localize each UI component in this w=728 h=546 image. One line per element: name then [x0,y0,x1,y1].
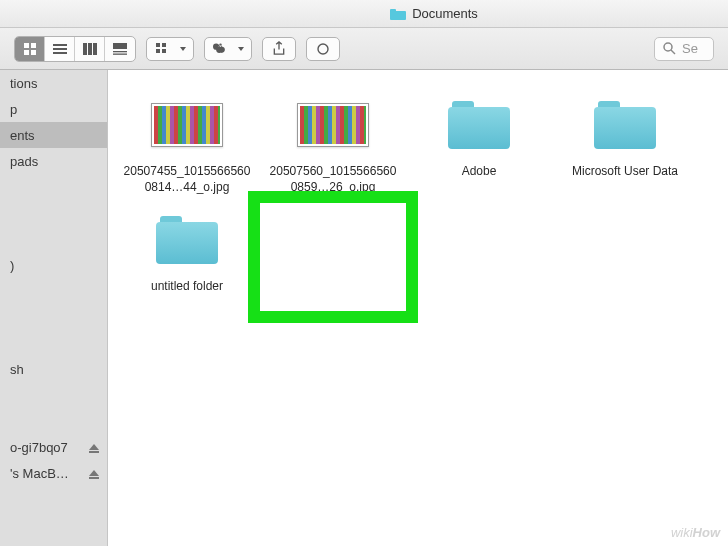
sidebar-item-12[interactable] [0,382,107,408]
body: tionspentspads)sho-gi7bqo7's MacB… 20507… [0,70,728,546]
file-item-1[interactable]: 20507560_10155665600859…26_o.jpg [266,94,400,195]
file-label: Workbook1 [303,279,363,309]
documents-folder-icon [390,7,406,20]
sidebar-item-label: o-gi7bqo7 [10,440,68,455]
sidebar-item-6[interactable] [0,226,107,252]
tags-button[interactable] [306,37,340,61]
sidebar-item-2[interactable]: ents [0,122,107,148]
action-dropdown[interactable] [204,37,252,61]
svg-rect-16 [162,49,166,53]
sidebar-item-8[interactable] [0,278,107,304]
xlsx-badge: XLSX [332,251,355,260]
file-item-4[interactable]: untitled folder [120,209,254,309]
eject-icon[interactable] [89,470,99,476]
content-area: 20507455_10155665600814…44_o.jpg20507560… [108,70,728,546]
image-icon [295,94,371,156]
sidebar-item-0[interactable]: tions [0,70,107,96]
file-item-0[interactable]: 20507455_10155665600814…44_o.jpg [120,94,254,195]
sidebar-item-1[interactable]: p [0,96,107,122]
sidebar-item-4[interactable] [0,174,107,200]
svg-rect-10 [113,43,127,49]
titlebar: Documents [0,0,728,28]
list-view-button[interactable] [45,37,75,61]
search-placeholder: Se [682,41,698,56]
sidebar: tionspentspads)sho-gi7bqo7's MacB… [0,70,108,546]
view-mode-group [14,36,136,62]
file-label: untitled folder [151,279,223,309]
file-item-3[interactable]: Microsoft User Data [558,94,692,195]
svg-rect-14 [162,43,166,47]
file-label: Microsoft User Data [572,164,678,194]
sidebar-item-14[interactable]: o-gi7bqo7 [0,434,107,460]
sidebar-item-3[interactable]: pads [0,148,107,174]
eject-icon[interactable] [89,444,99,450]
sidebar-item-15[interactable]: 's MacB… [0,460,107,486]
svg-rect-12 [113,53,127,54]
arrange-dropdown[interactable] [146,37,194,61]
share-button[interactable] [262,37,296,61]
search-icon [663,42,676,55]
toolbar: Se [0,28,728,70]
icon-grid: 20507455_10155665600814…44_o.jpg20507560… [108,70,728,333]
finder-window: Documents [0,0,728,546]
window-title-text: Documents [412,6,478,21]
svg-line-19 [671,50,675,54]
file-label: 20507560_10155665600859…26_o.jpg [268,164,398,195]
sidebar-item-label: 's MacB… [10,466,69,481]
svg-point-17 [318,44,328,54]
sidebar-item-label: ) [10,258,14,273]
search-field[interactable]: Se [654,37,714,61]
svg-rect-13 [156,43,160,47]
folder-icon [441,94,517,156]
svg-rect-1 [31,43,36,48]
sidebar-item-11[interactable]: sh [0,356,107,382]
sidebar-item-7[interactable]: ) [0,252,107,278]
sidebar-item-label: ents [10,128,35,143]
svg-rect-7 [83,43,87,55]
svg-rect-3 [31,50,36,55]
sidebar-item-label: pads [10,154,38,169]
sidebar-item-label: tions [10,76,37,91]
file-item-2[interactable]: Adobe [412,94,546,195]
folder-icon [149,209,225,271]
svg-rect-4 [53,44,67,46]
sidebar-item-label: p [10,102,17,117]
svg-point-18 [664,43,672,51]
svg-rect-15 [156,49,160,53]
xlsx-icon: XLSX [295,209,371,271]
svg-rect-11 [113,51,127,52]
file-item-5[interactable]: XLSXWorkbook1 [266,209,400,309]
svg-rect-5 [53,48,67,50]
window-title: Documents [390,6,478,21]
svg-rect-2 [24,50,29,55]
sidebar-item-10[interactable] [0,330,107,356]
file-label: 20507455_10155665600814…44_o.jpg [122,164,252,195]
svg-rect-9 [93,43,97,55]
svg-rect-0 [24,43,29,48]
sidebar-item-label: sh [10,362,24,377]
svg-rect-6 [53,52,67,54]
file-label: Adobe [462,164,497,194]
image-icon [149,94,225,156]
svg-rect-8 [88,43,92,55]
folder-icon [587,94,663,156]
icon-view-button[interactable] [15,37,45,61]
sidebar-item-9[interactable] [0,304,107,330]
sidebar-item-13[interactable] [0,408,107,434]
sidebar-item-5[interactable] [0,200,107,226]
watermark: wikiHow [671,525,720,540]
coverflow-view-button[interactable] [105,37,135,61]
column-view-button[interactable] [75,37,105,61]
